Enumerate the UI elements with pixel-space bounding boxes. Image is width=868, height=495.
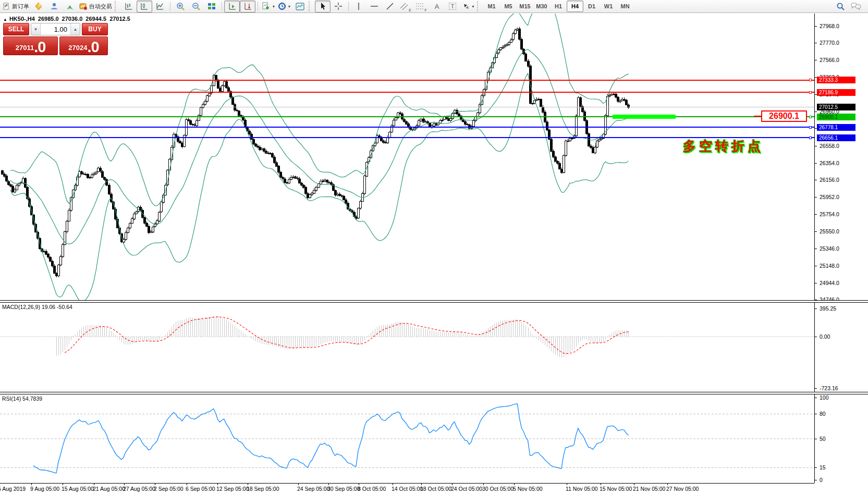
price-chart-canvas[interactable] — [0, 14, 814, 483]
new-order-button[interactable]: 新订单 — [1, 1, 31, 13]
time-tick — [452, 484, 453, 485]
tf-w1-button[interactable]: W1 — [600, 1, 617, 12]
time-tick-label: 30 Sep 05:00 — [327, 486, 360, 492]
zoom-out-button[interactable] — [188, 1, 204, 13]
trendline-button[interactable] — [382, 1, 398, 13]
candlestick-chart-button[interactable] — [137, 1, 152, 13]
highlight-zone-line[interactable] — [613, 115, 676, 119]
tf-h1-button[interactable]: H1 — [550, 1, 567, 12]
crosshair-button[interactable] — [331, 1, 346, 13]
tf-m15-button[interactable]: M15 — [517, 1, 533, 12]
time-tick — [217, 484, 218, 485]
horizontal-level-line[interactable] — [0, 116, 814, 117]
tf-m1-button[interactable]: M1 — [483, 1, 500, 12]
add-indicator-icon — [262, 2, 271, 11]
arrows-button[interactable]: ▾ — [460, 1, 476, 13]
tf-h4-button[interactable]: H4 — [567, 1, 583, 12]
time-tick — [63, 484, 63, 485]
collapse-panel-icon[interactable]: ▲ — [3, 17, 7, 22]
rsi-tick — [815, 398, 817, 398]
search-button[interactable] — [833, 1, 848, 13]
time-tick — [667, 484, 668, 485]
pane-separator-macd[interactable] — [0, 300, 868, 303]
accounts-button[interactable] — [46, 1, 62, 13]
time-axis[interactable]: 5 Aug 20199 Aug 05:0015 Aug 05:0021 Aug … — [0, 483, 814, 495]
volume-decrease-button[interactable]: ▼ — [31, 23, 41, 35]
price-tick-label: 27968.0 — [820, 23, 839, 29]
price-level-badge: 26900.1 — [817, 114, 855, 120]
indicators-button[interactable]: ▾ — [260, 1, 276, 13]
zoom-in-button[interactable] — [173, 1, 188, 13]
horizontal-level-line[interactable] — [0, 92, 814, 93]
equidistant-channel-button[interactable]: E — [398, 1, 413, 13]
macd-tick — [815, 337, 817, 337]
horizontal-line-button[interactable] — [366, 1, 382, 13]
tf-m5-button[interactable]: M5 — [500, 1, 517, 12]
buy-button[interactable]: BUY — [82, 23, 108, 35]
templates-button[interactable] — [292, 1, 308, 13]
tf-mn-button[interactable]: MN — [617, 1, 633, 12]
horizontal-level-line[interactable] — [0, 127, 814, 128]
buy-price-figure: 27024 — [68, 42, 87, 54]
template-icon — [296, 3, 304, 10]
volume-input[interactable] — [41, 23, 70, 35]
chat-button[interactable] — [848, 1, 864, 13]
macd-scale-label: 395.25 — [820, 305, 836, 312]
periods-button[interactable]: ▾ — [276, 1, 292, 13]
auto-scroll-button[interactable] — [224, 1, 240, 13]
chevron-down-icon: ▾ — [273, 4, 275, 9]
price-tick-label: 25346.0 — [820, 245, 839, 252]
ohlc-open: 26985.0 — [38, 16, 59, 22]
toolbar-divider — [222, 2, 222, 11]
time-tick-label: 11 Nov 05:00 — [566, 486, 598, 492]
rsi-tick — [815, 480, 817, 480]
volume-increase-button[interactable]: ▲ — [70, 23, 80, 35]
chart-shift-button[interactable] — [240, 1, 255, 13]
tf-d1-button[interactable]: D1 — [583, 1, 600, 12]
line-anchor-square — [809, 137, 812, 139]
time-tick — [31, 484, 32, 485]
buy-price[interactable]: 27024 .0 — [59, 36, 108, 55]
time-tick — [421, 484, 422, 485]
cursor-button[interactable] — [315, 1, 331, 13]
trendline-icon — [386, 2, 394, 10]
price-tick-label: 25148.0 — [820, 263, 839, 269]
price-tick — [815, 163, 817, 164]
time-tick — [514, 484, 515, 485]
tile-windows-button[interactable] — [204, 1, 219, 13]
metaeditor-button[interactable] — [31, 1, 46, 13]
tf-m30-button[interactable]: M30 — [533, 1, 550, 12]
time-tick-label: 5 Aug 2019 — [0, 486, 26, 492]
sell-button[interactable]: SELL — [3, 23, 29, 35]
line-chart-button[interactable] — [152, 1, 168, 13]
price-tick-label: 27566.0 — [820, 57, 839, 63]
fibonacci-button[interactable]: F — [413, 1, 429, 13]
rsi-tick — [815, 439, 817, 439]
price-tick — [815, 197, 817, 197]
signals-button[interactable] — [62, 1, 78, 13]
horizontal-level-line[interactable] — [0, 107, 814, 107]
horizontal-level-line[interactable] — [0, 80, 814, 81]
macd-label: MACD(12,26,9) 19.06 -50.64 — [2, 304, 72, 310]
ohlc-low: 26944.5 — [85, 16, 106, 22]
autotrading-button[interactable]: 自动交易 — [78, 1, 114, 13]
time-tick-label: 8 Oct 05:00 — [358, 486, 386, 492]
price-level-badge: 26656.1 — [817, 134, 855, 141]
clock-icon — [278, 2, 286, 10]
text-button[interactable]: A — [429, 1, 445, 13]
price-level-box[interactable]: 26900.1 — [761, 110, 807, 122]
vertical-line-button[interactable] — [351, 1, 366, 13]
buy-price-big: .0 — [87, 40, 99, 54]
text-tool-icon: A — [435, 3, 439, 10]
price-axis[interactable]: 27968.027770.027566.027362.027164.026960… — [814, 14, 868, 483]
time-tick-label: 18 Oct 05:00 — [420, 486, 451, 492]
ohlc-high: 27036.0 — [62, 16, 83, 22]
time-tick-label: 15 Aug 05:00 — [62, 486, 94, 492]
bar-chart-button[interactable] — [121, 1, 137, 13]
rsi-scale-label: 80 — [820, 411, 826, 417]
pane-separator-rsi[interactable] — [0, 392, 868, 394]
text-label-button[interactable]: T — [445, 1, 460, 13]
cursor-icon — [319, 2, 327, 10]
sell-price[interactable]: 27011 .0 — [3, 36, 58, 55]
price-level-badge: 27012.5 — [817, 104, 855, 110]
